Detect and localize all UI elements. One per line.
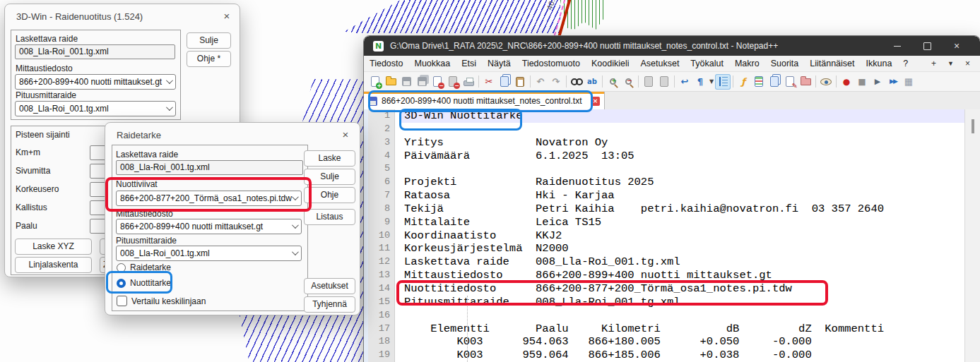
word-wrap-icon[interactable]: ↩ xyxy=(677,74,692,90)
zoom-out-icon[interactable]: − xyxy=(620,74,636,90)
macro-stop-icon[interactable]: ■ xyxy=(854,74,870,90)
tab-label: 866+200-899+400 nuotti mittaukset_notes_… xyxy=(382,96,582,106)
vertailu-checkbox-label: Vertailu keskilinjaan xyxy=(131,296,206,306)
function-list-icon[interactable]: ƒ xyxy=(736,74,751,90)
radio-selected-icon xyxy=(117,279,126,288)
copy-icon[interactable] xyxy=(497,74,512,90)
menu-suorita[interactable]: Suorita xyxy=(765,59,805,68)
sulje-button[interactable]: Sulje xyxy=(304,169,355,185)
nuottiviivat-combo[interactable]: 866+200-877+200_Törmä_osa1_notes.pi.tdw xyxy=(116,191,302,206)
edit-marker-icon[interactable]: ✎ xyxy=(782,74,798,90)
monitoring-eye-icon[interactable] xyxy=(818,74,834,90)
close-icon[interactable]: × xyxy=(338,128,353,140)
mittaustiedosto-combo[interactable]: 866+200-899+400 nuotti mittaukset.gt xyxy=(15,74,176,90)
ohje-button[interactable]: Ohje xyxy=(304,187,355,203)
nuottiviivat-value: 866+200-877+200_Törmä_osa1_notes.pi.tdw xyxy=(120,193,292,203)
close-tab-icon[interactable]: × xyxy=(965,59,970,68)
menu-tyokalut[interactable]: Työkalut xyxy=(685,59,729,68)
pituusmittaraide-value: 008_Lla-Roi_001.tg.xml xyxy=(19,104,109,114)
listaus-button[interactable]: Listaus xyxy=(304,209,355,225)
indent-guide-line xyxy=(467,296,468,362)
notepad-titlebar[interactable]: N G:\Oma Drive\1_RATA 2025\2_NRC\866+200… xyxy=(364,36,980,56)
sync-horizontal-icon[interactable] xyxy=(656,74,672,90)
menu-asetukset[interactable]: Asetukset xyxy=(634,59,685,68)
maximize-icon[interactable] xyxy=(916,36,938,56)
macro-run-multiple-icon[interactable]: ▶▶ xyxy=(885,74,901,90)
nuottitarke-radio[interactable]: Nuottitarke xyxy=(117,278,171,288)
close-file-icon[interactable]: − xyxy=(430,74,445,90)
minimize-icon[interactable] xyxy=(887,36,908,56)
new-tab-icon[interactable]: + xyxy=(931,59,936,68)
korkeusero-label: Korkeusero xyxy=(16,184,59,194)
mittaustiedosto-label: Mittaustiedosto xyxy=(116,209,173,219)
menu-tiedosto[interactable]: Tiedosto xyxy=(364,59,408,68)
ohje-button[interactable]: Ohje * xyxy=(187,51,231,67)
scrollbar-thumb[interactable] xyxy=(972,119,974,133)
menu-muokkaa[interactable]: Muokkaa xyxy=(408,59,456,68)
editor-line: Laskettava raide 008_Lla-Roi_001.tg.xml xyxy=(401,255,980,269)
document-list-icon[interactable] xyxy=(767,74,782,90)
close-all-icon[interactable]: − xyxy=(445,74,461,90)
new-file-icon[interactable]: + xyxy=(367,74,383,90)
linjalaskenta-button[interactable]: Linjalaskenta xyxy=(15,257,92,273)
mittaustiedosto-combo[interactable]: 866+200-899+400 nuotti mittaukset.gt xyxy=(116,219,302,234)
macro-record-icon[interactable]: ● xyxy=(839,74,854,90)
editor-line: 3D-Win Nuottitarke xyxy=(401,109,980,123)
tab-file[interactable]: 866+200-899+400 nuotti mittaukset_notes_… xyxy=(364,92,605,110)
vertailu-checkbox[interactable]: Vertailu keskilinjaan xyxy=(117,296,206,306)
close-icon[interactable]: × xyxy=(220,10,234,22)
sulje-button[interactable]: Sulje xyxy=(187,32,231,49)
print-icon[interactable] xyxy=(461,74,476,90)
menu-nayta[interactable]: Näytä xyxy=(482,59,516,68)
text-area[interactable]: 3D-Win Nuottitarke Yritys Novatron Oy Pä… xyxy=(401,109,980,362)
menu-help[interactable]: ? xyxy=(897,59,914,68)
macro-play-icon[interactable]: ▶ xyxy=(870,74,885,90)
tab-list-icon[interactable]: ▼ xyxy=(947,60,954,67)
laskettava-raide-field[interactable]: 008_Lla-Roi_001.tg.xml xyxy=(116,160,303,175)
open-file-icon[interactable] xyxy=(383,74,399,90)
cut-icon[interactable]: ✂ xyxy=(481,74,497,90)
macro-save-icon[interactable]: ▦ xyxy=(901,74,916,90)
laske-xyz-button[interactable]: Laske XYZ xyxy=(15,239,92,255)
indent-guide-icon[interactable] xyxy=(715,74,731,90)
close-icon[interactable]: × xyxy=(946,36,967,56)
menu-ikkuna[interactable]: Ikkuna xyxy=(861,59,898,68)
folder-as-workspace-icon[interactable] xyxy=(798,74,813,90)
redo-icon[interactable]: ↷ xyxy=(548,74,564,90)
fold-margin[interactable] xyxy=(395,109,401,362)
sync-vertical-icon[interactable] xyxy=(641,74,656,90)
laske-button[interactable]: Laske xyxy=(304,150,355,167)
tyhjenna-button[interactable]: Tyhjennä xyxy=(304,296,355,313)
notepad-editor[interactable]: 12 34 56 78 910 1112 1314 1516 1718 19 3… xyxy=(364,109,980,362)
editor-line: K003 959.064 866+185.006 +0.038 -0.000 xyxy=(401,349,980,362)
asetukset-button[interactable]: Asetukset xyxy=(304,278,355,294)
line-number-gutter[interactable]: 12 34 56 78 910 1112 1314 1516 1718 19 xyxy=(368,109,395,362)
show-all-characters-icon[interactable]: ¶ xyxy=(692,74,708,90)
menu-koodikieli[interactable]: Koodikieli xyxy=(586,59,635,68)
chevron-down-icon xyxy=(292,222,299,229)
undo-icon[interactable]: ↶ xyxy=(533,74,548,90)
paste-icon[interactable] xyxy=(512,74,528,90)
pituusmittaraide-combo[interactable]: 008_Lla-Roi_001.tg.xml xyxy=(116,246,302,261)
replace-icon[interactable]: ab xyxy=(584,74,600,90)
menu-etsi[interactable]: Etsi xyxy=(456,59,482,68)
laskettava-raide-field[interactable]: 008_Lla-Roi_001.tg.xml xyxy=(15,44,175,59)
menu-liitannaiset[interactable]: Liitännäiset xyxy=(804,59,860,68)
nuottitarke-radio-label: Nuottitarke xyxy=(130,278,171,288)
save-all-icon[interactable] xyxy=(414,74,430,90)
document-map-icon[interactable] xyxy=(751,74,767,90)
editor-line: Yritys Novatron Oy xyxy=(401,136,980,150)
cad-hatch-blue-top xyxy=(344,0,560,33)
editor-line: Päivämäärä 6.1.2025 13:05 xyxy=(401,150,980,163)
menu-tiedostomuoto[interactable]: Tiedostomuoto xyxy=(516,59,586,68)
save-icon[interactable] xyxy=(399,74,414,90)
find-icon[interactable] xyxy=(569,74,584,90)
show-all-characters-dropdown-icon[interactable]: ▼ xyxy=(708,74,715,90)
zoom-in-icon[interactable]: + xyxy=(605,74,620,90)
tab-close-icon[interactable]: × xyxy=(591,97,600,106)
raidenuotitus-dialog-title: 3D-Win - Raidenuotitus (1.524) xyxy=(16,11,143,22)
pituusmittaraide-combo[interactable]: 008_Lla-Roi_001.tg.xml xyxy=(15,101,176,116)
raidetarke-radio[interactable]: Raidetarke xyxy=(117,263,171,272)
menu-makro[interactable]: Makro xyxy=(729,59,765,68)
vertical-scrollbar[interactable] xyxy=(964,109,980,362)
